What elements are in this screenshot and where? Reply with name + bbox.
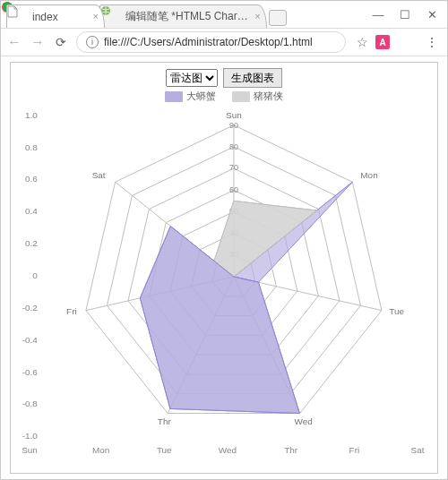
address-bar[interactable]: i file:///C:/Users/Administrator/Desktop…	[76, 31, 346, 53]
browser-window: index × 编辑随笔 *HTML5 Char… × — ☐ ✕ ← → ⟳	[0, 0, 448, 480]
tab-title: 编辑随笔 *HTML5 Char…	[125, 9, 248, 24]
new-tab-button[interactable]	[269, 10, 287, 26]
reload-button[interactable]: ⟳	[53, 35, 69, 49]
svg-text:Sun: Sun	[226, 110, 242, 120]
svg-text:-1.0: -1.0	[22, 431, 39, 441]
svg-text:Mon: Mon	[360, 170, 377, 180]
svg-text:0: 0	[32, 270, 38, 280]
svg-text:Sun: Sun	[22, 445, 38, 455]
svg-text:0.4: 0.4	[25, 206, 38, 216]
close-icon[interactable]: ×	[93, 11, 99, 21]
tab-secondary[interactable]: 编辑随笔 *HTML5 Char… ×	[99, 4, 267, 28]
svg-text:Fri: Fri	[349, 445, 360, 455]
tab-title: index	[32, 11, 58, 23]
svg-text:Sat: Sat	[92, 170, 106, 180]
page-icon	[14, 11, 27, 23]
url-text: file:///C:/Users/Administrator/Desktop/1…	[104, 36, 313, 48]
svg-text:Tue: Tue	[157, 445, 172, 455]
maximize-button[interactable]: ☐	[399, 8, 411, 21]
svg-text:Wed: Wed	[294, 416, 312, 426]
svg-text:80: 80	[229, 142, 238, 151]
svg-text:Tue: Tue	[389, 306, 404, 316]
svg-text:90: 90	[229, 121, 238, 130]
tab-index[interactable]: index ×	[6, 4, 105, 28]
svg-text:Fri: Fri	[66, 306, 77, 316]
svg-text:70: 70	[229, 163, 238, 172]
extension-a-icon[interactable]: A	[375, 35, 390, 49]
svg-text:60: 60	[229, 185, 238, 194]
site-info-icon[interactable]: i	[86, 36, 99, 48]
svg-text:Sat: Sat	[411, 445, 425, 455]
toolbar: ← → ⟳ i file:///C:/Users/Administrator/D…	[1, 28, 447, 56]
x-axis: Mon Tue Wed Thr Fri Sat	[92, 445, 425, 455]
svg-text:Thr: Thr	[158, 416, 172, 426]
forward-button: →	[30, 34, 46, 50]
window-controls: — ☐ ✕	[336, 1, 447, 28]
svg-text:1.0: 1.0	[25, 110, 38, 120]
tab-strip: index × 编辑随笔 *HTML5 Char… ×	[1, 1, 336, 28]
close-button[interactable]: ✕	[426, 8, 438, 21]
svg-text:-0.2: -0.2	[22, 303, 39, 313]
bookmark-icon[interactable]: ☆	[357, 35, 368, 49]
titlebar: index × 编辑随笔 *HTML5 Char… × — ☐ ✕	[1, 1, 447, 28]
close-icon[interactable]: ×	[254, 11, 260, 21]
chart-container: 雷达图 生成图表 大蟒蟹 猪猪侠 1.0 0.8 0.6 0.4 0.2 0 -…	[10, 62, 438, 474]
page-content: 雷达图 生成图表 大蟒蟹 猪猪侠 1.0 0.8 0.6 0.4 0.2 0 -…	[1, 56, 447, 479]
extension-area: ☆ A ⋮	[353, 35, 442, 49]
svg-text:0.8: 0.8	[25, 142, 38, 152]
chart-svg: 1.0 0.8 0.6 0.4 0.2 0 -0.2 -0.4 -0.6 -0.…	[11, 63, 437, 473]
svg-text:-0.4: -0.4	[22, 335, 39, 345]
svg-text:Thr: Thr	[284, 445, 298, 455]
minimize-button[interactable]: —	[372, 8, 384, 21]
svg-text:Mon: Mon	[92, 445, 109, 455]
svg-text:0.2: 0.2	[25, 238, 38, 248]
back-button[interactable]: ←	[6, 34, 22, 50]
svg-text:Wed: Wed	[219, 445, 237, 455]
svg-text:0.6: 0.6	[25, 174, 38, 184]
svg-text:-0.6: -0.6	[22, 367, 39, 377]
menu-icon[interactable]: ⋮	[426, 35, 438, 49]
globe-icon	[108, 11, 120, 23]
svg-text:-0.8: -0.8	[22, 399, 39, 408]
extension-b-icon[interactable]	[397, 35, 411, 49]
y-axis: 1.0 0.8 0.6 0.4 0.2 0 -0.2 -0.4 -0.6 -0.…	[22, 110, 38, 455]
